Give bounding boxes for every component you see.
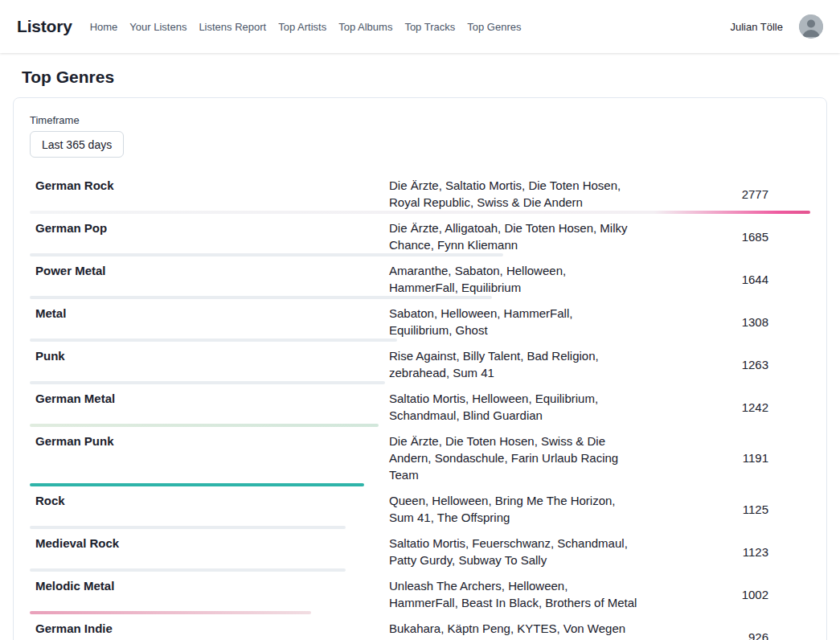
genre-artists: Die Ärzte, Die Toten Hosen, Swiss & Die … [389, 433, 638, 483]
genre-name: Melodic Metal [30, 577, 389, 594]
genre-row: Medieval Rock Saltatio Mortis, Feuerschw… [30, 529, 810, 572]
genre-count: 1308 [638, 314, 810, 330]
genre-row-grid: German Punk Die Ärzte, Die Toten Hosen, … [30, 433, 810, 483]
genre-count: 1123 [638, 544, 810, 560]
main-content: Top Genres Timeframe Last 365 days Germa… [0, 53, 840, 640]
genre-count: 2777 [638, 186, 810, 203]
genre-row: German Metal Saltatio Mortis, Helloween,… [30, 384, 810, 427]
genre-artists: Amaranthe, Sabaton, Helloween, HammerFal… [389, 262, 638, 296]
genre-row: German Rock Die Ärzte, Saltatio Mortis, … [30, 171, 810, 214]
genre-count: 1644 [638, 271, 810, 288]
genre-count: 1125 [638, 501, 810, 518]
nav-item-your-listens[interactable]: Your Listens [129, 21, 186, 33]
genre-name: Power Metal [30, 262, 389, 279]
user-name[interactable]: Julian Tölle [730, 21, 783, 33]
genre-name: Rock [30, 492, 389, 509]
genre-count: 1242 [638, 399, 810, 416]
genre-name: German Pop [30, 219, 389, 236]
genre-row-grid: Punk Rise Against, Billy Talent, Bad Rel… [30, 347, 810, 381]
genre-row-grid: German Rock Die Ärzte, Saltatio Mortis, … [30, 177, 810, 211]
genre-row-grid: German Metal Saltatio Mortis, Helloween,… [30, 390, 810, 424]
nav-item-listens-report[interactable]: Listens Report [199, 21, 266, 33]
top-navbar: Listory Home Your Listens Listens Report… [0, 0, 840, 53]
genre-row: Rock Queen, Helloween, Bring Me The Hori… [30, 486, 810, 529]
genre-artists: Rise Against, Billy Talent, Bad Religion… [389, 347, 638, 381]
genre-name: German Rock [30, 177, 389, 194]
genre-row-grid: Melodic Metal Unleash The Archers, Hello… [30, 577, 810, 611]
genre-name: Punk [30, 347, 389, 364]
genre-row: German Punk Die Ärzte, Die Toten Hosen, … [30, 427, 810, 486]
genre-row-grid: Rock Queen, Helloween, Bring Me The Hori… [30, 492, 810, 526]
app-logo[interactable]: Listory [17, 17, 72, 36]
nav-item-home[interactable]: Home [90, 21, 118, 33]
genre-row: Punk Rise Against, Billy Talent, Bad Rel… [30, 342, 810, 384]
navbar-user-area: Julian Tölle [730, 14, 823, 39]
timeframe-select[interactable]: Last 365 days [30, 131, 124, 158]
genre-row: Power Metal Amaranthe, Sabaton, Hellowee… [30, 256, 810, 299]
genre-name: Metal [30, 305, 389, 322]
genre-row: German Indie Bukahara, Käptn Peng, KYTES… [30, 614, 810, 640]
genre-row: German Pop Die Ärzte, Alligatoah, Die To… [30, 214, 810, 256]
timeframe-label: Timeframe [30, 114, 810, 127]
nav-item-top-tracks[interactable]: Top Tracks [404, 21, 455, 33]
genre-artists: Saltatio Mortis, Feuerschwanz, Schandmau… [389, 535, 638, 568]
genre-count: 1191 [638, 449, 810, 466]
nav-item-top-artists[interactable]: Top Artists [278, 21, 326, 33]
genre-name: Medieval Rock [30, 535, 389, 552]
genre-list: German Rock Die Ärzte, Saltatio Mortis, … [30, 171, 810, 640]
genre-artists: Unleash The Archers, Helloween, HammerFa… [389, 577, 638, 611]
top-genres-card: Timeframe Last 365 days German Rock Die … [13, 97, 827, 640]
user-avatar[interactable] [799, 14, 823, 39]
genre-count: 1002 [638, 586, 810, 603]
page-title: Top Genres [22, 68, 827, 87]
main-nav: Home Your Listens Listens Report Top Art… [90, 21, 522, 33]
genre-count: 1263 [638, 356, 810, 373]
genre-artists: Queen, Helloween, Bring Me The Horizon, … [389, 492, 638, 526]
genre-name: German Indie [30, 620, 389, 637]
genre-count: 1685 [638, 228, 810, 245]
genre-row-grid: German Indie Bukahara, Käptn Peng, KYTES… [30, 620, 810, 640]
nav-item-top-albums[interactable]: Top Albums [338, 21, 392, 33]
genre-artists: Die Ärzte, Alligatoah, Die Toten Hosen, … [389, 219, 638, 253]
genre-row: Melodic Metal Unleash The Archers, Hello… [30, 572, 810, 614]
person-icon [799, 14, 823, 39]
genre-artists: Saltatio Mortis, Helloween, Equilibrium,… [389, 390, 638, 424]
genre-artists: Sabaton, Helloween, HammerFall, Equilibr… [389, 305, 638, 338]
genre-row-grid: Power Metal Amaranthe, Sabaton, Hellowee… [30, 262, 810, 296]
genre-row-grid: German Pop Die Ärzte, Alligatoah, Die To… [30, 219, 810, 253]
nav-item-top-genres[interactable]: Top Genres [467, 21, 521, 33]
genre-row-grid: Metal Sabaton, Helloween, HammerFall, Eq… [30, 305, 810, 338]
genre-artists: Bukahara, Käptn Peng, KYTES, Von Wegen L… [389, 620, 638, 640]
genre-row: Metal Sabaton, Helloween, HammerFall, Eq… [30, 299, 810, 342]
genre-name: German Metal [30, 390, 389, 407]
genre-row-grid: Medieval Rock Saltatio Mortis, Feuerschw… [30, 535, 810, 568]
genre-artists: Die Ärzte, Saltatio Mortis, Die Toten Ho… [389, 177, 638, 211]
genre-count: 926 [638, 629, 810, 640]
genre-name: German Punk [30, 433, 389, 449]
